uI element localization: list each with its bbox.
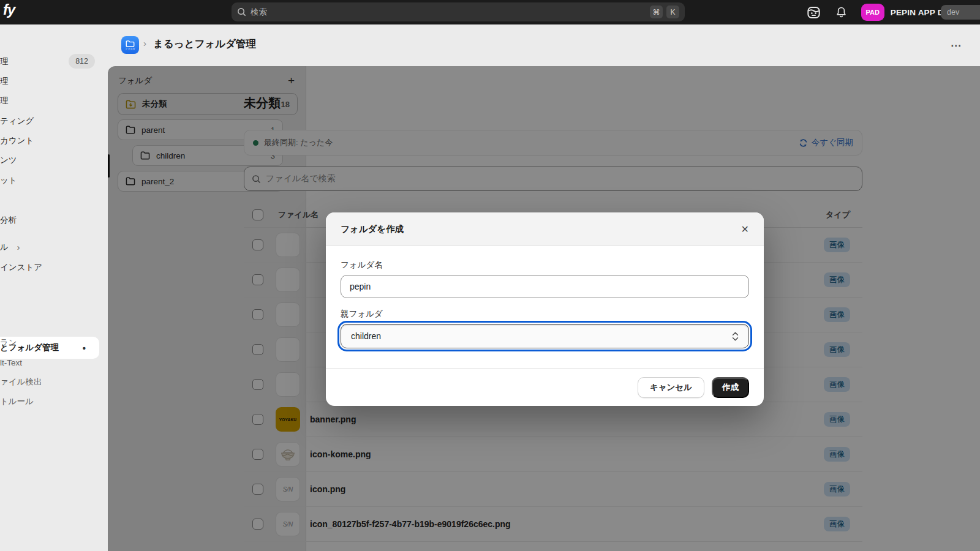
- environment-badge: dev: [941, 5, 980, 20]
- sidebar-item-marketing[interactable]: ティング: [0, 114, 108, 128]
- k-key-badge: K: [666, 6, 679, 18]
- create-button[interactable]: 作成: [712, 377, 749, 398]
- parent-folder-label: 親フォルダ: [341, 309, 749, 320]
- shopify-logo: fy: [3, 1, 15, 18]
- modal-title: フォルダを作成: [341, 223, 404, 235]
- sidebar-item-sort-rules[interactable]: トルール: [0, 395, 108, 408]
- page-title: まるっとフォルダ管理: [153, 37, 256, 51]
- cancel-button[interactable]: キャンセル: [638, 377, 704, 398]
- global-search-input[interactable]: 検索 ⌘ K: [232, 2, 685, 21]
- parent-folder-value: children: [351, 331, 381, 341]
- search-icon: [237, 7, 246, 17]
- admin-sidebar: 理 812 理 理 ティング カウント ンツ ット 分析 ル › インストア と…: [0, 24, 108, 551]
- sidekick-icon[interactable]: [806, 5, 821, 20]
- orders-count-badge: 812: [69, 54, 95, 69]
- topbar: fy 検索 ⌘ K PAD PEPIN APP DEMO dev: [0, 0, 980, 24]
- sidebar-item-products[interactable]: 理: [0, 75, 108, 88]
- sidebar-item-sales-channels[interactable]: ル ›: [0, 241, 108, 254]
- sidebar-item-discounts[interactable]: カウント: [0, 134, 108, 148]
- folder-name-input[interactable]: [341, 275, 749, 298]
- sidebar-item-alt-text[interactable]: lt-Text: [0, 356, 108, 369]
- breadcrumb: フォルダ › まるっとフォルダ管理 ⋯: [108, 24, 980, 66]
- parent-folder-select[interactable]: children: [341, 324, 749, 348]
- sidebar-item-plan[interactable]: ラン: [0, 336, 108, 350]
- sidebar-item-content[interactable]: ンツ: [0, 154, 108, 167]
- breadcrumb-separator: ›: [143, 38, 146, 48]
- sidebar-item-markets[interactable]: ット: [0, 174, 108, 187]
- store-initials-badge: PAD: [861, 4, 884, 21]
- close-icon[interactable]: ✕: [741, 223, 749, 235]
- select-chevrons-icon: [732, 332, 739, 341]
- app-icon-mini-text: フォルダ: [125, 48, 135, 50]
- notifications-bell-icon[interactable]: [835, 6, 848, 19]
- sidebar-item-file-detect[interactable]: ァイル検出: [0, 375, 108, 389]
- more-options-button[interactable]: ⋯: [951, 39, 962, 52]
- sidebar-item-orders[interactable]: 理 812: [0, 55, 108, 69]
- create-folder-modal: フォルダを作成 ✕ フォルダ名 親フォルダ children キャンセル 作成: [326, 212, 764, 406]
- search-placeholder: 検索: [251, 7, 267, 18]
- folder-name-label: フォルダ名: [341, 260, 749, 271]
- sidebar-item-analytics[interactable]: 分析: [0, 214, 108, 227]
- sidebar-item-online-store[interactable]: インストア: [0, 261, 108, 274]
- app-icon[interactable]: フォルダ: [121, 36, 139, 54]
- chevron-right-icon: ›: [17, 242, 20, 252]
- sidebar-item-customers[interactable]: 理: [0, 94, 108, 108]
- cmd-key-badge: ⌘: [650, 6, 663, 18]
